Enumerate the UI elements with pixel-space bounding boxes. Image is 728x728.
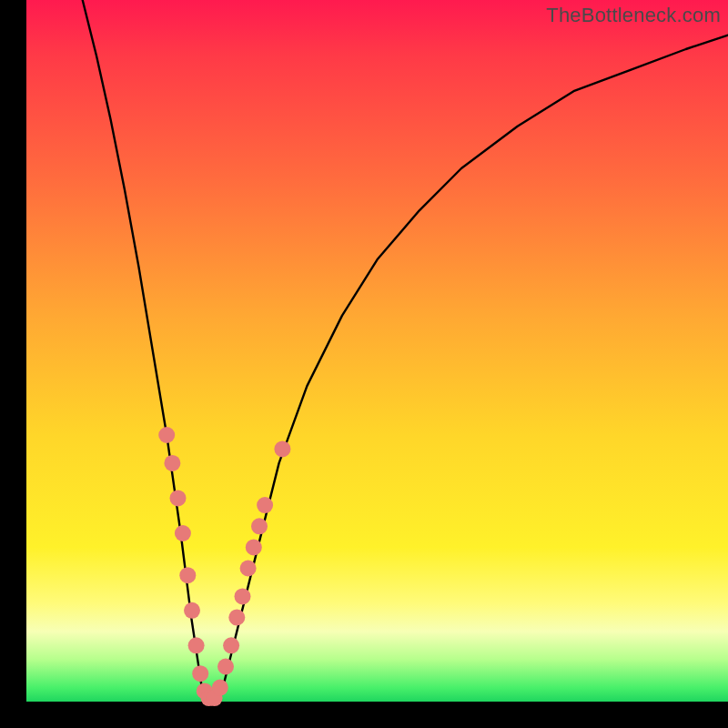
chart-svg [26, 0, 728, 702]
highlight-dot [257, 497, 273, 513]
highlight-dot [274, 440, 290, 457]
highlight-dot [228, 610, 245, 626]
highlight-dot [179, 567, 196, 583]
highlight-dot [212, 680, 228, 696]
highlight-dot [184, 602, 200, 619]
highlight-dot [175, 525, 191, 541]
highlight-dot [164, 455, 180, 471]
highlight-dot [158, 427, 175, 443]
bottleneck-curve [83, 0, 728, 702]
highlight-dot [235, 588, 251, 604]
highlight-dot [217, 659, 234, 675]
highlight-dot [240, 561, 257, 577]
highlight-dots-group [158, 427, 290, 706]
highlight-dot [192, 665, 208, 682]
chart-frame: TheBottleneck.com [26, 0, 728, 702]
highlight-dot [170, 490, 187, 506]
highlight-dot [251, 518, 268, 534]
highlight-dot [223, 637, 239, 653]
highlight-dot [188, 637, 205, 653]
highlight-dot [246, 539, 262, 555]
